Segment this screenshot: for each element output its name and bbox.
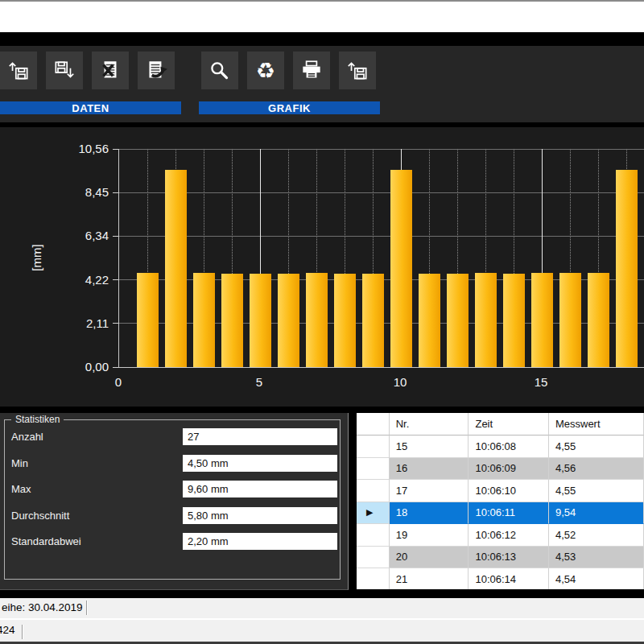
table-row[interactable]: 1710:06:104,55	[357, 480, 644, 502]
cell-nr[interactable]: 21	[390, 568, 469, 589]
column-header-messwert[interactable]: Messwert	[549, 413, 644, 436]
table-body: 1510:06:084,551610:06:094,561710:06:104,…	[357, 436, 644, 589]
grafik-group-label: GRAFIK	[199, 101, 380, 114]
bar-3	[193, 273, 215, 367]
bar-14	[503, 274, 525, 367]
cell-zeit[interactable]: 10:06:13	[469, 547, 549, 569]
bar-17	[588, 273, 609, 367]
x-tick-label: 0	[106, 375, 130, 389]
cell-messwert[interactable]: 4,55	[549, 480, 644, 502]
bar-15	[531, 273, 553, 367]
y-tick-label: 2,11	[44, 316, 109, 330]
column-header-nr[interactable]: Nr.	[390, 413, 469, 436]
toolbar-group-grafik: ♻	[199, 46, 380, 122]
refresh-button[interactable]: ♻	[247, 52, 284, 89]
series-date-text: eihe: 30.04.2019	[2, 601, 83, 613]
durchschnitt-field[interactable]	[183, 507, 337, 524]
cell-zeit[interactable]: 10:06:14	[469, 568, 549, 589]
standardabwei-label: Standardabwei	[11, 535, 81, 547]
cell-zeit[interactable]: 10:06:09	[469, 458, 549, 481]
gridline-horizontal	[119, 192, 644, 193]
anzahl-field[interactable]	[183, 428, 337, 445]
cell-messwert[interactable]: 4,52	[549, 524, 644, 547]
plot-area	[118, 149, 644, 368]
cell-zeit[interactable]: 10:06:10	[469, 480, 549, 502]
row-header-cell[interactable]	[357, 458, 390, 481]
column-header-zeit[interactable]: Zeit	[469, 413, 549, 436]
measurement-table: Nr. Zeit Messwert 1510:06:084,551610:06:…	[357, 413, 644, 589]
cell-messwert[interactable]: 4,54	[549, 568, 644, 589]
table-row[interactable]: 1610:06:094,56	[357, 458, 644, 481]
row-header-cell[interactable]	[357, 568, 390, 589]
menu-bar	[0, 2, 644, 32]
bar-18	[616, 170, 638, 367]
cell-zeit[interactable]: 10:06:12	[469, 524, 549, 547]
cell-zeit[interactable]: 10:06:11	[469, 502, 549, 525]
durchschnitt-label: Durchschnitt	[11, 510, 69, 522]
status-separator	[86, 601, 87, 615]
floppy-arrow-up-icon	[6, 58, 31, 84]
gridline-horizontal	[119, 149, 644, 150]
zoom-button[interactable]	[201, 52, 238, 89]
magnifier-icon	[207, 58, 233, 84]
cell-nr[interactable]: 19	[390, 524, 469, 547]
y-tick-label: 6,34	[44, 229, 109, 242]
y-tick-label: 10,56	[44, 142, 109, 155]
cell-messwert[interactable]: 9,54	[549, 502, 644, 525]
floppy-arrow-down-icon	[52, 58, 77, 84]
export-data-button[interactable]	[138, 52, 175, 89]
save-graphic-button[interactable]	[339, 52, 376, 89]
bar-5	[250, 274, 271, 367]
y-tick-label: 4,22	[44, 273, 109, 287]
y-tick-mark	[113, 367, 118, 368]
measurement-chart: [mm] 0,002,114,226,348,4510,56051015	[0, 127, 644, 407]
durchschnitt-row: Durchschnitt	[0, 507, 348, 524]
document-clear-icon	[97, 58, 123, 84]
table-row[interactable]: 2010:06:134,53	[357, 547, 644, 569]
bar-8	[334, 274, 356, 367]
delete-data-button[interactable]	[92, 52, 129, 89]
cell-zeit[interactable]: 10:06:08	[469, 436, 549, 458]
x-tick-label: 15	[529, 375, 553, 389]
device-text: 424	[0, 624, 15, 636]
max-field[interactable]	[183, 481, 337, 497]
toolbar: DATEN ♻	[0, 46, 644, 122]
cell-messwert[interactable]: 4,55	[549, 436, 644, 458]
row-header-cell[interactable]	[357, 480, 390, 502]
y-tick-mark	[113, 279, 118, 280]
cell-messwert[interactable]: 4,53	[549, 547, 644, 569]
cell-nr[interactable]: 17	[390, 480, 469, 502]
load-data-button[interactable]	[0, 52, 37, 89]
floppy-arrow-up-icon	[345, 58, 370, 84]
y-tick-mark	[113, 236, 118, 237]
bar-10	[390, 170, 412, 367]
cell-messwert[interactable]: 4,56	[549, 458, 644, 481]
min-field[interactable]	[183, 455, 337, 472]
bar-1	[137, 273, 159, 367]
gridline-horizontal	[119, 236, 644, 237]
anzahl-row: Anzahl	[0, 428, 348, 445]
bar-2	[165, 170, 187, 367]
min-label: Min	[11, 457, 28, 469]
bar-7	[306, 273, 328, 367]
cell-nr[interactable]: 20	[390, 547, 469, 569]
y-tick-mark	[113, 323, 118, 324]
row-header-cell[interactable]	[357, 547, 390, 569]
table-row[interactable]: ▶1810:06:119,54	[357, 502, 644, 525]
standardabwei-field[interactable]	[183, 533, 337, 550]
row-header-cell[interactable]	[357, 524, 390, 547]
x-tick-label: 5	[247, 375, 271, 389]
cell-nr[interactable]: 18	[390, 502, 469, 525]
row-header-cell[interactable]	[357, 436, 390, 458]
cell-nr[interactable]: 16	[390, 458, 469, 481]
row-header-cell[interactable]: ▶	[357, 502, 390, 525]
table-row[interactable]: 1910:06:124,52	[357, 524, 644, 547]
bar-16	[559, 273, 581, 367]
table-row[interactable]: 2110:06:144,54	[357, 568, 644, 589]
save-data-button[interactable]	[46, 52, 83, 89]
y-tick-mark	[113, 192, 118, 193]
print-button[interactable]	[293, 52, 330, 89]
table-row[interactable]: 1510:06:084,55	[357, 436, 644, 458]
cell-nr[interactable]: 15	[390, 436, 469, 458]
daten-group-label: DATEN	[0, 101, 181, 114]
